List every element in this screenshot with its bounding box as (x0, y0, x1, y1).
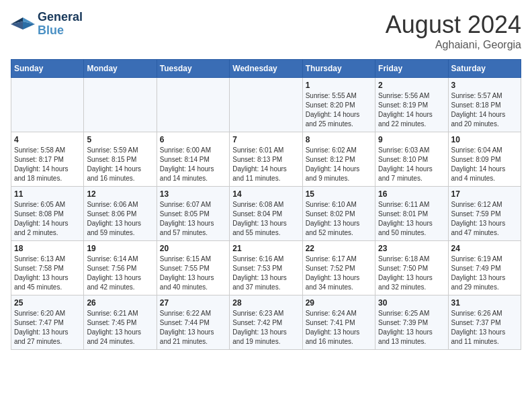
day-info: Sunrise: 6:10 AM Sunset: 8:02 PM Dayligh… (306, 200, 372, 238)
day-info: Sunrise: 6:13 AM Sunset: 7:58 PM Dayligh… (14, 255, 81, 292)
day-number: 13 (160, 189, 226, 199)
day-number: 10 (451, 135, 518, 144)
calendar-cell: 23Sunrise: 6:18 AM Sunset: 7:50 PM Dayli… (375, 241, 448, 295)
day-header-tuesday: Tuesday (157, 60, 229, 78)
calendar-cell: 30Sunrise: 6:25 AM Sunset: 7:39 PM Dayli… (375, 295, 448, 350)
logo-text: GeneralBlue (38, 11, 83, 38)
day-number: 24 (451, 244, 518, 253)
day-info: Sunrise: 6:08 AM Sunset: 8:04 PM Dayligh… (232, 200, 299, 238)
day-number: 25 (14, 298, 81, 308)
calendar-cell: 18Sunrise: 6:13 AM Sunset: 7:58 PM Dayli… (11, 241, 84, 295)
calendar-cell (230, 78, 302, 132)
day-number: 1 (306, 81, 372, 90)
day-number: 19 (87, 244, 153, 253)
calendar-cell: 29Sunrise: 6:24 AM Sunset: 7:41 PM Dayli… (302, 295, 375, 350)
calendar-cell: 11Sunrise: 6:05 AM Sunset: 8:08 PM Dayli… (11, 187, 84, 241)
day-info: Sunrise: 5:59 AM Sunset: 8:15 PM Dayligh… (87, 146, 153, 183)
day-info: Sunrise: 6:02 AM Sunset: 8:12 PM Dayligh… (306, 146, 372, 183)
day-number: 28 (232, 298, 299, 308)
calendar-cell: 4Sunrise: 5:58 AM Sunset: 8:17 PM Daylig… (11, 132, 84, 187)
calendar-cell: 12Sunrise: 6:06 AM Sunset: 8:06 PM Dayli… (84, 187, 157, 241)
day-number: 29 (306, 298, 372, 308)
calendar-cell: 26Sunrise: 6:21 AM Sunset: 7:45 PM Dayli… (84, 295, 157, 350)
day-number: 22 (306, 244, 372, 253)
month-year-title: August 2024 (386, 11, 521, 39)
calendar-cell: 28Sunrise: 6:23 AM Sunset: 7:42 PM Dayli… (230, 295, 302, 350)
calendar-cell: 21Sunrise: 6:16 AM Sunset: 7:53 PM Dayli… (230, 241, 302, 295)
day-info: Sunrise: 6:17 AM Sunset: 7:52 PM Dayligh… (306, 255, 372, 292)
day-number: 7 (232, 135, 299, 144)
day-number: 12 (87, 189, 153, 199)
calendar-cell (157, 78, 229, 132)
calendar-header-row: SundayMondayTuesdayWednesdayThursdayFrid… (11, 60, 521, 78)
calendar-cell: 27Sunrise: 6:22 AM Sunset: 7:44 PM Dayli… (157, 295, 229, 350)
calendar-week-row: 18Sunrise: 6:13 AM Sunset: 7:58 PM Dayli… (11, 241, 521, 295)
calendar-week-row: 11Sunrise: 6:05 AM Sunset: 8:08 PM Dayli… (11, 187, 521, 241)
calendar-cell: 31Sunrise: 6:26 AM Sunset: 7:37 PM Dayli… (448, 295, 521, 350)
calendar-cell: 20Sunrise: 6:15 AM Sunset: 7:55 PM Dayli… (157, 241, 229, 295)
calendar-cell (11, 78, 84, 132)
day-info: Sunrise: 6:01 AM Sunset: 8:13 PM Dayligh… (232, 146, 299, 183)
day-info: Sunrise: 6:16 AM Sunset: 7:53 PM Dayligh… (232, 255, 299, 292)
day-info: Sunrise: 5:58 AM Sunset: 8:17 PM Dayligh… (14, 146, 81, 183)
calendar-cell: 19Sunrise: 6:14 AM Sunset: 7:56 PM Dayli… (84, 241, 157, 295)
calendar-cell: 14Sunrise: 6:08 AM Sunset: 8:04 PM Dayli… (230, 187, 302, 241)
day-number: 23 (378, 244, 445, 253)
calendar-week-row: 25Sunrise: 6:20 AM Sunset: 7:47 PM Dayli… (11, 295, 521, 350)
calendar-cell: 7Sunrise: 6:01 AM Sunset: 8:13 PM Daylig… (230, 132, 302, 187)
day-header-saturday: Saturday (448, 60, 521, 78)
day-info: Sunrise: 6:12 AM Sunset: 7:59 PM Dayligh… (451, 200, 518, 238)
calendar-week-row: 1Sunrise: 5:55 AM Sunset: 8:20 PM Daylig… (11, 78, 521, 132)
day-info: Sunrise: 6:07 AM Sunset: 8:05 PM Dayligh… (160, 200, 226, 238)
calendar-cell: 3Sunrise: 5:57 AM Sunset: 8:18 PM Daylig… (448, 78, 521, 132)
page-header: GeneralBlue August 2024 Aghaiani, Georgi… (11, 11, 521, 51)
calendar-cell: 6Sunrise: 6:00 AM Sunset: 8:14 PM Daylig… (157, 132, 229, 187)
calendar-cell: 13Sunrise: 6:07 AM Sunset: 8:05 PM Dayli… (157, 187, 229, 241)
day-number: 5 (87, 135, 153, 144)
day-info: Sunrise: 6:14 AM Sunset: 7:56 PM Dayligh… (87, 255, 153, 292)
calendar-cell: 9Sunrise: 6:03 AM Sunset: 8:10 PM Daylig… (375, 132, 448, 187)
logo: GeneralBlue (11, 11, 83, 38)
calendar-cell: 2Sunrise: 5:56 AM Sunset: 8:19 PM Daylig… (375, 78, 448, 132)
day-info: Sunrise: 6:06 AM Sunset: 8:06 PM Dayligh… (87, 200, 153, 238)
day-number: 18 (14, 244, 81, 253)
day-number: 4 (14, 135, 81, 144)
day-header-friday: Friday (375, 60, 448, 78)
day-info: Sunrise: 6:21 AM Sunset: 7:45 PM Dayligh… (87, 309, 153, 347)
day-number: 15 (306, 189, 372, 199)
calendar-cell: 22Sunrise: 6:17 AM Sunset: 7:52 PM Dayli… (302, 241, 375, 295)
day-number: 9 (378, 135, 445, 144)
day-info: Sunrise: 5:55 AM Sunset: 8:20 PM Dayligh… (306, 91, 372, 129)
calendar-cell: 5Sunrise: 5:59 AM Sunset: 8:15 PM Daylig… (84, 132, 157, 187)
day-info: Sunrise: 5:56 AM Sunset: 8:19 PM Dayligh… (378, 91, 445, 129)
day-number: 21 (232, 244, 299, 253)
day-info: Sunrise: 6:19 AM Sunset: 7:49 PM Dayligh… (451, 255, 518, 292)
day-header-monday: Monday (84, 60, 157, 78)
day-number: 6 (160, 135, 226, 144)
day-number: 26 (87, 298, 153, 308)
day-info: Sunrise: 6:22 AM Sunset: 7:44 PM Dayligh… (160, 309, 226, 347)
day-number: 2 (378, 81, 445, 90)
title-block: August 2024 Aghaiani, Georgia (386, 11, 521, 51)
calendar-cell: 10Sunrise: 6:04 AM Sunset: 8:09 PM Dayli… (448, 132, 521, 187)
day-info: Sunrise: 6:03 AM Sunset: 8:10 PM Dayligh… (378, 146, 445, 183)
day-info: Sunrise: 6:11 AM Sunset: 8:01 PM Dayligh… (378, 200, 445, 238)
day-info: Sunrise: 6:15 AM Sunset: 7:55 PM Dayligh… (160, 255, 226, 292)
day-number: 31 (451, 298, 518, 308)
day-info: Sunrise: 6:05 AM Sunset: 8:08 PM Dayligh… (14, 200, 81, 238)
logo-name: GeneralBlue (38, 11, 83, 38)
calendar-week-row: 4Sunrise: 5:58 AM Sunset: 8:17 PM Daylig… (11, 132, 521, 187)
calendar-cell: 24Sunrise: 6:19 AM Sunset: 7:49 PM Dayli… (448, 241, 521, 295)
logo-bird-icon (11, 15, 35, 34)
day-number: 27 (160, 298, 226, 308)
location-subtitle: Aghaiani, Georgia (386, 39, 521, 51)
day-info: Sunrise: 6:00 AM Sunset: 8:14 PM Dayligh… (160, 146, 226, 183)
day-info: Sunrise: 6:26 AM Sunset: 7:37 PM Dayligh… (451, 309, 518, 347)
calendar-cell: 25Sunrise: 6:20 AM Sunset: 7:47 PM Dayli… (11, 295, 84, 350)
day-info: Sunrise: 5:57 AM Sunset: 8:18 PM Dayligh… (451, 91, 518, 129)
day-number: 20 (160, 244, 226, 253)
day-number: 17 (451, 189, 518, 199)
day-number: 14 (232, 189, 299, 199)
day-header-thursday: Thursday (302, 60, 375, 78)
day-info: Sunrise: 6:04 AM Sunset: 8:09 PM Dayligh… (451, 146, 518, 183)
